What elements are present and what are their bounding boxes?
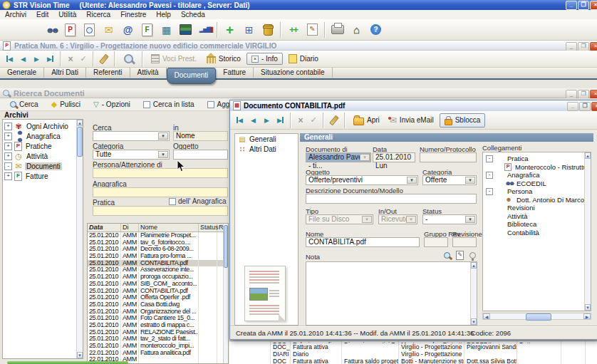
expand-toggle-icon[interactable]: - [4,162,12,170]
colleg-pratica-item[interactable]: P Monteroccolo - Ristrutturazione agritu… [495,163,591,172]
checkbox-icon[interactable] [169,198,176,205]
tab[interactable]: Documenti [167,68,217,84]
menu-item[interactable]: Edit [31,11,53,19]
tree-item-label[interactable]: Documenti [25,162,62,170]
minimize-button[interactable]: _ [566,1,577,10]
collegamenti-item-label[interactable]: Anagrafica [506,171,541,179]
table-row[interactable]: 25.01.2010 AMM Offerta Operfer .pdf [88,294,228,301]
collegamenti-item-label[interactable]: Persona [506,187,534,195]
table-scrollbar[interactable] [223,224,228,363]
collegamenti-item-label[interactable]: Revisioni [506,204,536,212]
expand-toggle-icon[interactable]: + [4,152,12,160]
expand-toggle-icon[interactable]: + [4,142,12,150]
grid-row[interactable]: DOC_F Fattura attiva Virgilio - Progetta… [229,343,597,350]
info-toggle-button[interactable]: × - Info [246,53,283,65]
table-row[interactable]: 25.01.2010 AMM SIB_COM_ acconto... [88,281,228,288]
sblocca-button[interactable]: Sblocca [440,113,486,128]
table-row[interactable]: 25.01.2010 AMM Fattura pro-forma ... [88,253,228,260]
grid-row[interactable]: DOC_F Fattura attiva Fattura saldo proge… [229,358,597,364]
dialog-nav-generali[interactable]: ▤ Generali [235,134,298,144]
add-icon[interactable]: + [220,21,239,38]
scroll-down-arrow[interactable]: ▼ [77,352,83,358]
attivita-doc-icon[interactable] [80,21,99,38]
pratica-window-bar[interactable]: P Pratica Num. 6 : Virgilio - Progettazi… [0,41,597,51]
dialog-title-bar[interactable]: ▤ Documento CONTABILITA.pdf _ ❐ × [230,100,597,112]
sidebar-item-label[interactable]: Altri Dati [249,145,276,153]
dropdown-arrow-icon[interactable]: ▼ [407,177,417,184]
dropdown-arrow-icon[interactable]: ▼ [465,177,475,184]
toolbar-separator[interactable] [280,22,281,38]
home-icon[interactable]: ⌂ [347,21,366,38]
tree-scrollbar[interactable]: ▲ ▼ [76,120,83,358]
invia-email-button[interactable]: ✉ Invia eMail [385,114,438,127]
colleg-persona-item[interactable]: ☻ Dott. Antonio Di Marco [495,196,591,204]
clear-broom-icon[interactable] [99,53,109,64]
table-row[interactable]: 25.01.2010 AMM RELAZIONE Paesist... [88,329,228,336]
dropdown-arrow-icon[interactable]: ▼ [465,216,475,223]
dialog-restore-button[interactable]: ❐ [579,102,591,111]
sidebar-item-label[interactable]: Generali [249,135,276,143]
colleg-contabilita[interactable]: Contabilità [486,229,591,237]
dell-anagrafica-checkbox[interactable]: dell' Anagrafica [169,197,227,205]
email-at-icon[interactable]: @ [118,21,137,38]
main-title-bar[interactable]: STR Vision Time (Utente: Alessandro Pave… [0,0,597,10]
dialog-minimize-button[interactable]: _ [567,102,578,111]
colleg-anagrafica-item[interactable]: ☻☻ ECOEDIL [495,180,591,188]
table-row[interactable]: 22.01.2010 AMM Fattura analitica.pdf [88,350,228,357]
cerca-button[interactable]: Cerca [6,99,43,110]
restore-button[interactable]: ❐ [578,1,589,10]
table-row[interactable]: 25.01.2010 AMM Organizzazione del ... [88,308,228,316]
nav-next-button[interactable]: ▶ [31,53,43,66]
opzioni-button[interactable]: ▽ - Opzioni [89,99,135,110]
collegamenti-item-label[interactable]: Pratica [506,155,530,162]
col-data[interactable]: Data [88,224,121,232]
library-books-icon[interactable] [176,21,195,38]
pulisci-button[interactable]: ◆ Pulisci [47,98,85,110]
nota-scrollbar[interactable]: ▲ ▼ [470,262,477,325]
tree-item-label[interactable]: Fatture [24,172,50,180]
expand-toggle-icon[interactable]: + [4,132,12,140]
expand-toggle-icon[interactable]: - [486,172,493,179]
menu-item[interactable]: Finestre [115,11,151,19]
documento-di-combo[interactable]: Alessandro Pavesi - ti... ▼ [306,152,371,162]
search-icon[interactable] [119,50,138,68]
collegamenti-hscrollbar[interactable]: ◀ ▶ [482,313,591,320]
scroll-down-arrow[interactable]: ▼ [585,304,591,311]
expand-toggle-icon[interactable]: + [4,123,12,130]
scroll-right-arrow[interactable]: ▶ [583,313,591,319]
table-row[interactable]: 25.01.2010 AMM Foto Cantiere 15_0... [88,315,228,322]
checkbox-icon[interactable] [143,101,150,108]
confirm-button[interactable]: ✓ [308,115,319,125]
collegamenti-item-label[interactable]: Contabilità [506,229,541,236]
table-row[interactable]: 25.01.2010 AMM proroga occupazio... [88,274,228,281]
expand-toggle-icon[interactable]: - [486,188,493,195]
tab[interactable]: Attività [130,68,167,78]
cerca-in-lista-checkbox[interactable]: Cerca in lista [139,99,199,110]
table-row[interactable]: 25.01.2010 AMM CONTABILITA.pdf [88,288,228,295]
nav-first-button[interactable]: ◀ [234,114,246,127]
edit-sheet-icon[interactable]: ✎ [303,21,322,38]
document-preview-thumbnail[interactable] [244,266,286,321]
toolbar-separator[interactable] [217,22,218,38]
nav-first-button[interactable]: ◀ [4,53,16,66]
ricerca-window-bar[interactable]: Ricerca Documenti _ ❐ × [0,88,597,98]
voci-prest-button[interactable]: Voci Prest. [147,53,201,65]
nota-edit-icon[interactable]: ✎ [456,251,464,260]
pratica-input[interactable] [93,206,228,216]
table-row[interactable]: 25.01.2010 AMM monteroccolo_impi... [88,343,228,350]
abacus-icon[interactable]: ▦ [157,21,176,38]
table-row[interactable]: 25.01.2010 AMM Asseverazione inte... [88,266,228,274]
diario-button[interactable]: Diario [284,53,323,65]
scroll-left-arrow[interactable]: ◀ [483,313,490,319]
tab[interactable]: Fatture [216,68,254,78]
scroll-up-arrow[interactable]: ▲ [77,120,83,126]
contacts-icon[interactable]: ☻☻ [41,21,61,38]
expand-toggle-icon[interactable]: + [4,172,12,180]
nota-textarea[interactable]: ▲ ▼ [306,261,477,326]
colleg-persona[interactable]: - Persona [486,187,591,196]
mail-icon[interactable]: ✉ [99,21,118,38]
scroll-down-arrow[interactable]: ▼ [471,318,477,325]
tree-item-documenti[interactable]: - ✉ Documenti [4,161,83,171]
nav-prev-button[interactable]: ◀ [17,53,29,66]
collegamenti-item-label[interactable]: Monteroccolo - Ristrutturazione agritur [514,163,591,171]
